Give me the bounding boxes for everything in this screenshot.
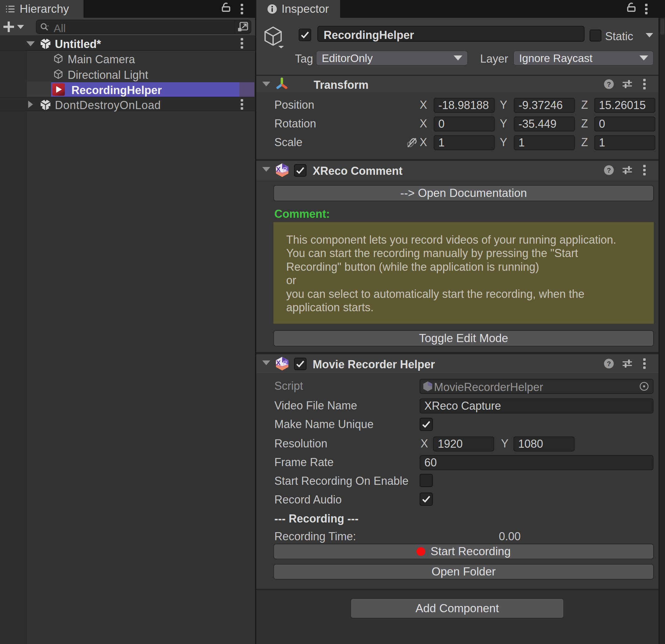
svg-text:?: ? xyxy=(607,80,611,88)
svg-text:?: ? xyxy=(607,167,611,174)
svg-text:X: X xyxy=(276,359,281,367)
svg-text:R: R xyxy=(283,166,287,173)
svg-text:?: ? xyxy=(607,360,611,368)
svg-text:R: R xyxy=(283,359,287,366)
svg-text:X: X xyxy=(276,165,281,173)
